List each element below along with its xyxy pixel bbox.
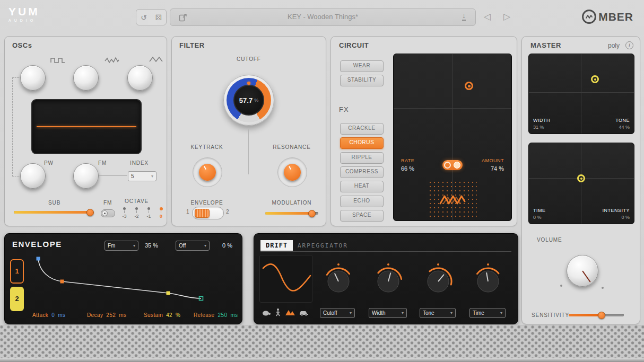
slow-mode-icon[interactable] (262, 309, 271, 316)
width-tone-pad[interactable]: WIDTH 31 % TONE 44 % (528, 54, 634, 134)
time-intensity-pad[interactable]: TIME 0 % INTENSITY 0 % (528, 143, 634, 224)
cutoff-knob[interactable]: 57.7 % (223, 75, 274, 126)
pw-knob[interactable] (20, 163, 46, 189)
modulation-slider[interactable] (265, 212, 318, 215)
drift-knob-4[interactable] (472, 263, 504, 298)
chevron-down-icon: ▾ (402, 311, 404, 315)
attack-readout[interactable]: Attack 0 ms (32, 312, 65, 318)
sub-slider-handle[interactable] (86, 209, 94, 216)
mod-dot (387, 263, 389, 266)
keytrack-knob[interactable] (193, 157, 222, 187)
sustain-handle (167, 292, 170, 295)
keytrack-label: KEYTRACK (188, 144, 226, 150)
volume-knob[interactable] (567, 255, 598, 287)
fm-knob[interactable] (73, 163, 99, 189)
tab-drift-selected[interactable]: DRIFT (260, 240, 293, 251)
walk-mode-icon[interactable] (274, 308, 282, 316)
fx-pad-dot[interactable] (465, 82, 473, 90)
modulation-slider-handle[interactable] (308, 210, 316, 217)
previous-preset-button[interactable]: ◁ (484, 11, 491, 22)
volume-max-dot (602, 287, 604, 289)
fx-xy-pad[interactable]: RATE 66 % AMOUNT 74 % (393, 54, 512, 221)
drift-knob-3[interactable] (422, 263, 454, 298)
envelope-select-slider[interactable] (192, 207, 224, 219)
sensitivity-slider[interactable] (569, 314, 624, 316)
osc2-knob[interactable] (73, 65, 99, 91)
mod-slot1-amount[interactable]: 35 % (145, 242, 158, 249)
mod-slot1-select[interactable]: Fm ▾ (105, 241, 138, 251)
fx-button-space[interactable]: SPACE (340, 210, 384, 222)
yum-wave-logo-icon (439, 193, 466, 207)
fm-toggle[interactable] (101, 209, 115, 217)
fx-button-heat[interactable]: HEAT (340, 181, 384, 192)
drift-target-1-select[interactable]: Cutoff ▾ (320, 308, 355, 318)
next-preset-button[interactable]: ▷ (503, 11, 510, 22)
logo-text: YUM (8, 6, 40, 17)
sensitivity-handle[interactable] (598, 312, 605, 319)
hills-mode-icon-selected[interactable] (285, 308, 295, 316)
perforated-grille (0, 325, 644, 359)
time-intensity-dot[interactable] (577, 174, 585, 182)
mod-slot2-select[interactable]: Off ▾ (176, 241, 210, 251)
randomize-dice-icon[interactable]: ⚄ (155, 13, 162, 22)
width-tone-dot[interactable] (591, 75, 599, 83)
wear-button[interactable]: WEAR (340, 60, 384, 72)
drive-mode-icon[interactable] (299, 310, 309, 316)
fx-button-compress[interactable]: COMPRESS (340, 166, 384, 178)
drift-target-3-select[interactable]: Tone ▾ (420, 308, 456, 318)
drift-panel: DRIFT ARPEGGIATOR (254, 233, 518, 324)
octave-option[interactable]: -1 (143, 207, 155, 219)
bottom-edge (0, 358, 644, 362)
envelope-option-1[interactable]: 1 (186, 209, 189, 215)
volume-indicator (582, 270, 591, 282)
drift-knob-2[interactable] (372, 263, 404, 298)
mod-slot2-amount[interactable]: 0 % (222, 242, 232, 249)
octave-option[interactable]: -2 (130, 207, 143, 219)
triangle-wave-icon (149, 56, 163, 63)
save-preset-icon[interactable]: ↓ (462, 12, 466, 21)
resonance-knob[interactable] (277, 157, 307, 187)
intensity-value: 0 % (621, 215, 630, 220)
drift-target-4-select[interactable]: Time ▾ (469, 308, 506, 318)
index-select[interactable]: 5 ▾ (128, 171, 156, 181)
osc1-knob[interactable] (20, 65, 46, 91)
sensitivity-label: SENSITIVITY (532, 312, 569, 318)
amount-value: 74 % (491, 165, 504, 172)
drift-target-2-select[interactable]: Width ▾ (369, 308, 407, 318)
preset-bar[interactable]: KEY - Wooden Things* ↓ (170, 8, 476, 26)
toggle-handle (454, 162, 460, 169)
sustain-readout[interactable]: Sustain 42 % (144, 312, 180, 318)
fm-toggle-handle[interactable] (102, 210, 108, 216)
decay-readout[interactable]: Decay 252 ms (87, 312, 126, 318)
fx-button-ripple[interactable]: RIPPLE (340, 152, 384, 164)
master-panel: MASTER poly i WIDTH 31 % TONE 44 % TIME … (521, 36, 640, 324)
index-value: 5 (131, 173, 134, 179)
stability-button[interactable]: STABILITY (340, 75, 384, 86)
fx-button-echo[interactable]: ECHO (340, 196, 384, 207)
release-readout[interactable]: Release 250 ms (194, 312, 238, 318)
fx-button-crackle[interactable]: CRACKLE (340, 123, 384, 135)
octave-option[interactable]: -3 (118, 207, 130, 219)
undo-icon[interactable]: ↺ (141, 13, 147, 22)
rate-label: RATE (401, 158, 414, 163)
preset-name[interactable]: KEY - Wooden Things* (170, 13, 475, 21)
fx-power-toggle[interactable] (442, 160, 463, 170)
fm-toggle-label: FM (103, 200, 112, 206)
tone-value: 44 % (619, 125, 630, 130)
voice-mode-label[interactable]: poly (608, 42, 620, 49)
tab-arpeggiator[interactable]: ARPEGGIATOR (298, 242, 348, 249)
info-icon[interactable]: i (625, 41, 633, 49)
octave-option-selected[interactable]: 0 (155, 207, 167, 219)
sub-slider[interactable] (14, 211, 93, 214)
cutoff-mod-dot (247, 82, 250, 85)
envelope-select-handle[interactable] (195, 209, 210, 218)
envelope-option-2[interactable]: 2 (226, 209, 229, 215)
envelope-tab-1[interactable]: 1 (10, 259, 24, 284)
octave-label: OCTAVE (125, 198, 149, 204)
fx-button-chorus-selected[interactable]: CHORUS (340, 137, 384, 149)
mod-routing-line (12, 77, 21, 176)
osc3-knob[interactable] (127, 65, 153, 91)
envelope-tab-2[interactable]: 2 (10, 287, 24, 311)
drift-knob-1[interactable] (323, 263, 354, 298)
envelope-curve[interactable] (30, 255, 238, 308)
